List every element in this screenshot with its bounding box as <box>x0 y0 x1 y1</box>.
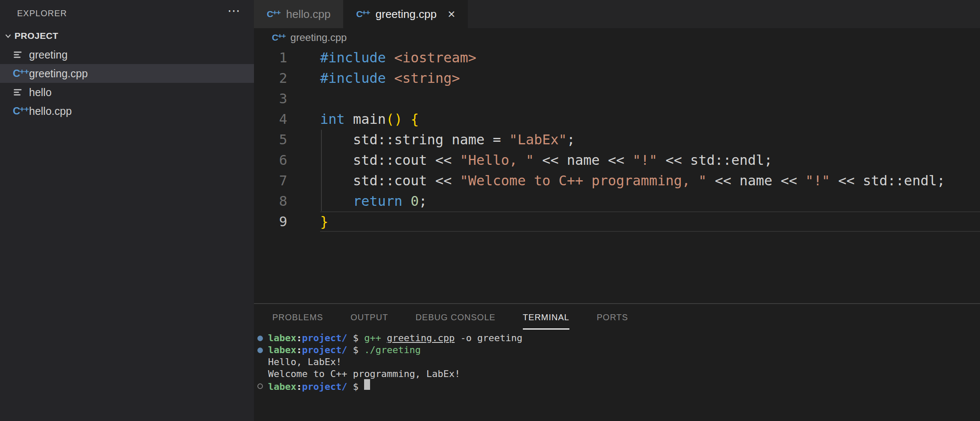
file-tree: PROJECT greeting C⁺⁺ greeting.cpp <box>0 26 254 120</box>
editor-region: C⁺⁺ hello.cpp C⁺⁺ greeting.cpp × C⁺⁺ gre… <box>254 0 980 303</box>
sidebar-item-label: hello <box>29 86 52 99</box>
sidebar-item-greeting-cpp[interactable]: C⁺⁺ greeting.cpp <box>0 64 254 83</box>
code-editor: 1 #include <iostream> 2 #include <string… <box>254 47 980 232</box>
code-line-content[interactable]: #include <string> <box>320 68 980 88</box>
tab-debug-console[interactable]: DEBUG CONSOLE <box>415 313 495 330</box>
code-line-content[interactable] <box>320 88 980 109</box>
code-line-current: 9 } <box>254 211 980 232</box>
tab-hello-cpp[interactable]: C⁺⁺ hello.cpp <box>254 0 343 28</box>
sidebar-item-label: hello.cpp <box>29 105 72 117</box>
cpp-file-icon: C⁺⁺ <box>267 9 280 19</box>
line-number: 6 <box>254 150 287 170</box>
chevron-down-icon <box>2 31 15 41</box>
line-number: 7 <box>254 170 287 191</box>
terminal-line: labex:project/ $ ./greeting <box>257 344 980 356</box>
bottom-panel: PROBLEMS OUTPUT DEBUG CONSOLE TERMINAL P… <box>254 303 980 421</box>
terminal[interactable]: labex:project/ $ g++ greeting.cpp -o gre… <box>254 332 980 392</box>
line-number: 3 <box>254 88 287 109</box>
editor-tabbar: C⁺⁺ hello.cpp C⁺⁺ greeting.cpp × <box>254 0 980 28</box>
explorer-title: EXPLORER <box>0 9 67 18</box>
terminal-line: labex:project/ $ g++ greeting.cpp -o gre… <box>257 332 980 344</box>
cpp-file-icon: C⁺⁺ <box>272 32 285 43</box>
panel-tabbar: PROBLEMS OUTPUT DEBUG CONSOLE TERMINAL P… <box>254 304 980 330</box>
tab-problems[interactable]: PROBLEMS <box>272 313 323 330</box>
code-line: 1 #include <iostream> <box>254 47 980 68</box>
tab-greeting-cpp[interactable]: C⁺⁺ greeting.cpp × <box>343 0 468 28</box>
sidebar-item-label: greeting <box>29 49 67 61</box>
code-line-content[interactable]: std::string name = "LabEx"; <box>320 129 980 150</box>
line-number: 9 <box>254 211 287 232</box>
terminal-line-text: labex:project/ $ g++ greeting.cpp -o gre… <box>268 332 522 344</box>
code-line: 3 <box>254 88 980 109</box>
file-lines-icon <box>13 87 28 97</box>
command-decoration-icon[interactable] <box>257 383 263 389</box>
code-line-content[interactable]: int main() { <box>320 109 980 129</box>
terminal-line-text: Welcome to C++ programming, LabEx! <box>268 368 460 380</box>
code-line: 8 return 0; <box>254 191 980 211</box>
sidebar-item-label: greeting.cpp <box>29 67 88 80</box>
code-line: 7 std::cout << "Welcome to C++ programmi… <box>254 170 980 191</box>
code-line-content[interactable]: std::cout << "Hello, " << name << "!" <<… <box>320 150 980 170</box>
line-number: 4 <box>254 109 287 129</box>
terminal-prompt-line: labex:project/ $ <box>257 380 980 392</box>
indent-guide <box>321 130 322 211</box>
tab-ports[interactable]: PORTS <box>597 313 628 330</box>
sidebar-item-hello-cpp[interactable]: C⁺⁺ hello.cpp <box>0 102 254 120</box>
line-number: 1 <box>254 47 287 68</box>
tab-output[interactable]: OUTPUT <box>350 313 388 330</box>
terminal-line-text: labex:project/ $ <box>268 379 370 393</box>
code-line-content[interactable]: std::cout << "Welcome to C++ programming… <box>320 170 980 191</box>
sidebar-item-hello[interactable]: hello <box>0 83 254 102</box>
vscode-window: EXPLORER ⋯ PROJECT <box>0 0 980 421</box>
tab-terminal[interactable]: TERMINAL <box>523 313 569 330</box>
sidebar-item-greeting[interactable]: greeting <box>0 45 254 64</box>
code-line-content[interactable]: #include <iostream> <box>320 47 980 68</box>
tree-section-project[interactable]: PROJECT <box>0 26 254 45</box>
cpp-file-icon: C⁺⁺ <box>13 67 28 79</box>
terminal-line: Hello, LabEx! <box>257 356 980 368</box>
close-icon[interactable]: × <box>448 8 455 20</box>
code-line: 2 #include <string> <box>254 68 980 88</box>
command-decoration-icon[interactable] <box>257 348 263 353</box>
cpp-file-icon: C⁺⁺ <box>13 105 28 117</box>
code-line-content[interactable]: } <box>320 211 980 232</box>
explorer-header: EXPLORER ⋯ <box>0 0 254 26</box>
breadcrumb-file: greeting.cpp <box>290 32 347 44</box>
terminal-line-text: labex:project/ $ ./greeting <box>268 344 421 356</box>
file-lines-icon <box>13 50 28 60</box>
command-decoration-icon[interactable] <box>257 336 263 341</box>
code-line-content[interactable]: return 0; <box>320 191 980 211</box>
code-line: 5 std::string name = "LabEx"; <box>254 129 980 150</box>
tab-label: greeting.cpp <box>376 8 437 21</box>
line-number: 5 <box>254 129 287 150</box>
code-line: 4 int main() { <box>254 109 980 129</box>
tree-section-label: PROJECT <box>15 31 58 41</box>
code-line: 6 std::cout << "Hello, " << name << "!" … <box>254 150 980 170</box>
tab-label: hello.cpp <box>286 8 330 21</box>
explorer-sidebar: EXPLORER ⋯ PROJECT <box>0 0 254 421</box>
line-number: 2 <box>254 68 287 88</box>
terminal-line: Welcome to C++ programming, LabEx! <box>257 368 980 380</box>
breadcrumb[interactable]: C⁺⁺ greeting.cpp <box>254 28 980 47</box>
explorer-more-icon[interactable]: ⋯ <box>228 4 240 17</box>
terminal-line-text: Hello, LabEx! <box>268 356 341 368</box>
line-number: 8 <box>254 191 287 211</box>
cpp-file-icon: C⁺⁺ <box>356 9 369 19</box>
